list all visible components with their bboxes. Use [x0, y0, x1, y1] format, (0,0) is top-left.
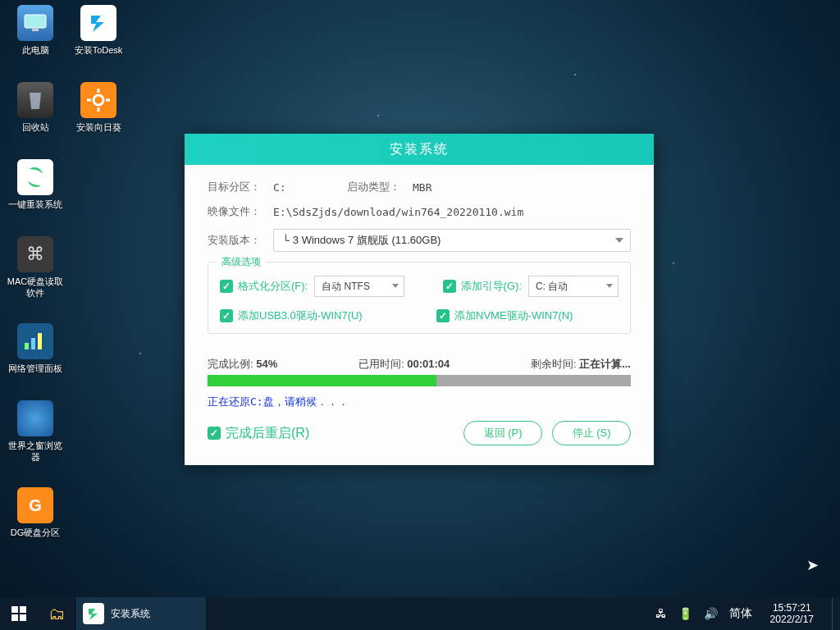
desktop-icon-label: MAC硬盘读取软件 — [7, 276, 64, 299]
desktop-icon-todesk[interactable]: 安装ToDesk — [70, 5, 127, 56]
progress-fill — [208, 375, 436, 386]
bars-icon — [17, 323, 53, 359]
show-desktop-button[interactable] — [832, 597, 837, 630]
window-body: 目标分区： C: 启动类型： MBR 映像文件： E:\SdsZjds/down… — [185, 165, 654, 342]
advanced-options-group: 高级选项 格式化分区(F): 自动 NTFS 添加引导(G): C: 自动 添加… — [208, 262, 631, 334]
svg-rect-0 — [25, 15, 46, 28]
partition-icon: G — [17, 487, 53, 523]
checkbox-nvme[interactable] — [436, 309, 450, 322]
chevron-down-icon — [392, 284, 399, 288]
desktop-icon-mac-disk[interactable]: ⌘ MAC硬盘读取软件 — [7, 236, 64, 299]
image-file-label: 映像文件： — [208, 204, 273, 219]
desktop-icon-recycle-bin[interactable]: 回收站 — [7, 82, 64, 133]
reinstall-icon — [17, 159, 53, 195]
percent-block: 完成比例: 54% — [208, 357, 277, 372]
desktop-icon-this-pc[interactable]: 此电脑 — [7, 5, 64, 56]
status-line: 正在还原C:盘，请稍候．．． — [208, 395, 631, 409]
desktop-icon-label: 网络管理面板 — [7, 363, 64, 374]
desktop-icon-label: 安装ToDesk — [70, 44, 127, 56]
desktop-icon-label: 一键重装系统 — [7, 199, 64, 210]
folder-icon: 🗂 — [48, 605, 65, 623]
addboot-label: 添加引导(G): — [461, 279, 522, 294]
trash-icon — [17, 82, 53, 118]
install-version-value: └ 3 Windows 7 旗舰版 (11.60GB) — [282, 233, 441, 248]
app-icon — [83, 603, 104, 624]
desktop-icon-label: 此电脑 — [7, 44, 64, 56]
desktop-icon-netpanel[interactable]: 网络管理面板 — [7, 323, 64, 374]
advanced-legend: 高级选项 — [217, 255, 266, 269]
chevron-down-icon — [615, 238, 623, 243]
globe-icon — [17, 400, 53, 436]
start-button[interactable] — [0, 597, 38, 630]
addboot-value: C: 自动 — [536, 280, 568, 294]
image-file-value: E:\SdsZjds/download/win764_20220110.wim — [273, 206, 523, 218]
battery-icon[interactable]: 🔋 — [678, 607, 692, 620]
disk-icon: ⌘ — [17, 236, 53, 272]
clock-date: 2022/2/17 — [770, 614, 814, 625]
taskbar-app-title: 安装系统 — [111, 607, 150, 621]
checkbox-restart[interactable] — [208, 427, 221, 440]
monitor-icon — [17, 5, 53, 41]
back-button[interactable]: 返回 (P) — [463, 421, 542, 445]
window-title: 安装系统 — [185, 134, 654, 165]
elapsed-block: 已用时间: 00:01:04 — [358, 357, 450, 372]
svg-rect-12 — [11, 614, 18, 621]
format-label: 格式化分区(F): — [238, 279, 308, 294]
boot-type-label: 启动类型： — [347, 180, 413, 194]
boot-type-value: MBR — [413, 181, 431, 194]
clock-time: 15:57:21 — [770, 602, 814, 614]
checkbox-usb3[interactable] — [220, 309, 233, 322]
checkbox-addboot[interactable] — [443, 280, 456, 293]
svg-rect-11 — [20, 606, 26, 613]
file-explorer-button[interactable]: 🗂 — [38, 597, 75, 630]
desktop-icon-label: 安装向日葵 — [70, 121, 127, 133]
sunflower-icon — [80, 82, 116, 118]
svg-rect-10 — [11, 606, 18, 613]
stop-button[interactable]: 停止 (S) — [552, 421, 631, 445]
volume-icon[interactable]: 🔊 — [704, 607, 718, 620]
svg-point-5 — [94, 95, 103, 105]
target-partition-value: C: — [273, 181, 347, 194]
system-tray: 🖧 🔋 🔊 简体 15:57:21 2022/2/17 — [655, 597, 840, 630]
desktop-icon-label: DG硬盘分区 — [7, 527, 64, 538]
windows-icon — [11, 606, 26, 621]
network-icon[interactable]: 🖧 — [655, 607, 667, 620]
todesk-icon — [80, 5, 116, 41]
svg-rect-4 — [38, 333, 42, 349]
remaining-block: 剩余时间: 正在计算... — [531, 357, 631, 372]
desktop-icon-label: 世界之窗浏览器 — [7, 440, 64, 463]
checkbox-format[interactable] — [220, 280, 233, 293]
clock[interactable]: 15:57:21 2022/2/17 — [764, 599, 820, 628]
taskbar-app-installer[interactable]: 安装系统 — [75, 597, 207, 630]
install-version-label: 安装版本： — [208, 233, 273, 248]
desktop-icon-label: 回收站 — [7, 121, 64, 133]
progress-section: 完成比例: 54% 已用时间: 00:01:04 剩余时间: 正在计算... — [208, 357, 631, 386]
desktop-icon-dg[interactable]: G DG硬盘分区 — [7, 487, 64, 538]
taskbar: 🗂 安装系统 🖧 🔋 🔊 简体 15:57:21 2022/2/17 — [0, 597, 840, 630]
svg-rect-1 — [32, 29, 39, 31]
restart-label: 完成后重启(R) — [226, 425, 309, 442]
format-value: 自动 NTFS — [322, 280, 370, 294]
install-version-select[interactable]: └ 3 Windows 7 旗舰版 (11.60GB) — [273, 229, 631, 252]
nvme-label: 添加NVME驱动-WIN7(N) — [454, 308, 619, 323]
addboot-select[interactable]: C: 自动 — [528, 276, 619, 297]
svg-rect-13 — [20, 614, 26, 621]
target-partition-label: 目标分区： — [208, 180, 273, 194]
chevron-down-icon — [606, 284, 613, 288]
progress-bar — [208, 375, 631, 386]
svg-rect-3 — [31, 338, 35, 349]
desktop-icon-browser[interactable]: 世界之窗浏览器 — [7, 400, 64, 463]
ime-indicator[interactable]: 简体 — [729, 606, 752, 621]
usb3-label: 添加USB3.0驱动-WIN7(U) — [238, 308, 363, 323]
installer-window: 安装系统 目标分区： C: 启动类型： MBR 映像文件： E:\SdsZjds… — [185, 134, 654, 465]
format-select[interactable]: 自动 NTFS — [314, 276, 404, 297]
svg-rect-2 — [25, 343, 29, 349]
desktop-icon-reinstall[interactable]: 一键重装系统 — [7, 159, 64, 210]
desktop-icon-sunlogin[interactable]: 安装向日葵 — [70, 82, 127, 133]
